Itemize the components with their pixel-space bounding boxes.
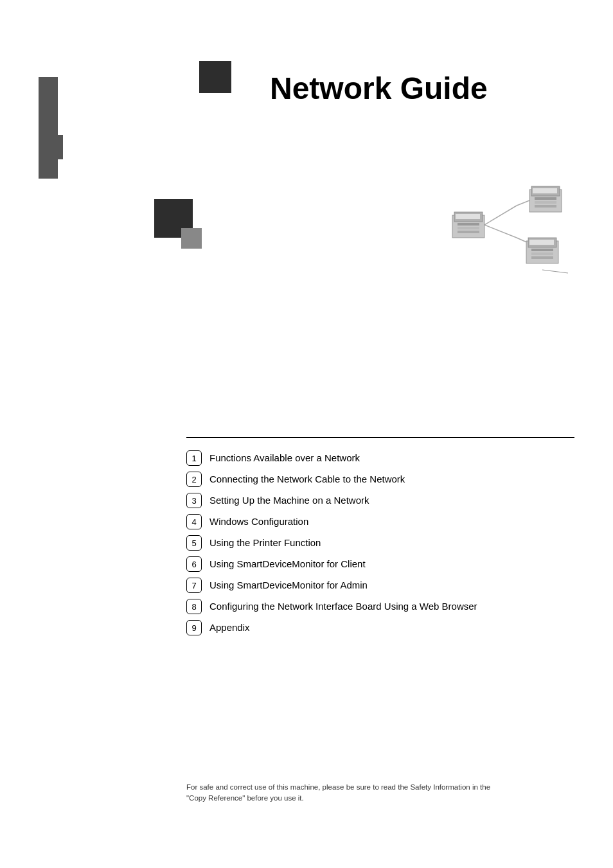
toc-label-7: Using SmartDeviceMonitor for Admin: [209, 577, 368, 592]
svg-rect-6: [456, 214, 480, 219]
svg-rect-7: [458, 223, 479, 226]
deco-mid-squares: [154, 199, 193, 238]
svg-rect-21: [531, 256, 553, 259]
deco-sq-4: [39, 135, 63, 159]
toc-item-3: 3 Setting Up the Machine on a Network: [186, 492, 574, 508]
toc-item-4: 4 Windows Configuration: [186, 513, 574, 529]
deco-square-top: [199, 61, 231, 93]
svg-rect-20: [531, 252, 553, 255]
toc-number-8: 8: [186, 599, 202, 614]
toc-label-3: Setting Up the Machine on a Network: [209, 492, 369, 507]
toc-label-8: Configuring the Network Interface Board …: [209, 598, 477, 613]
svg-line-0: [484, 206, 517, 225]
svg-line-1: [484, 225, 517, 238]
toc-item-7: 7 Using SmartDeviceMonitor for Admin: [186, 577, 574, 593]
toc-item-9: 9 Appendix: [186, 619, 574, 635]
toc-item-8: 8 Configuring the Network Interface Boar…: [186, 598, 574, 614]
svg-rect-18: [529, 240, 554, 245]
toc-number-3: 3: [186, 493, 202, 508]
svg-rect-15: [535, 205, 556, 208]
toc-section: 1 Functions Available over a Network 2 C…: [186, 437, 574, 641]
toc-label-6: Using SmartDeviceMonitor for Client: [209, 556, 366, 571]
toc-number-7: 7: [186, 578, 202, 593]
toc-item-1: 1 Functions Available over a Network: [186, 450, 574, 466]
svg-rect-9: [458, 231, 479, 233]
toc-label-5: Using the Printer Function: [209, 535, 321, 549]
svg-rect-14: [535, 201, 556, 204]
toc-number-2: 2: [186, 472, 202, 487]
toc-item-2: 2 Connecting the Network Cable to the Ne…: [186, 471, 574, 487]
toc-label-1: Functions Available over a Network: [209, 450, 360, 465]
toc-item-6: 6 Using SmartDeviceMonitor for Client: [186, 556, 574, 572]
footer-text: For safe and correct use of this machine…: [186, 783, 490, 802]
toc-number-6: 6: [186, 556, 202, 572]
deco-sq-5: [39, 159, 58, 179]
network-illustration: [446, 173, 574, 276]
svg-rect-12: [533, 188, 557, 193]
toc-number-5: 5: [186, 535, 202, 551]
deco-sq-3: [39, 116, 58, 135]
deco-mid-small-sq: [181, 228, 202, 249]
svg-rect-13: [535, 197, 556, 200]
toc-number-1: 1: [186, 450, 202, 466]
toc-item-5: 5 Using the Printer Function: [186, 535, 574, 551]
deco-sq-1: [39, 77, 58, 96]
deco-sq-2: [39, 96, 58, 116]
svg-line-22: [542, 270, 568, 273]
toc-label-9: Appendix: [209, 619, 250, 634]
footer-note: For safe and correct use of this machine…: [186, 782, 574, 804]
page: Network Guide: [0, 0, 613, 868]
deco-squares-row: [39, 77, 63, 179]
page-title: Network Guide: [270, 71, 488, 106]
toc-number-9: 9: [186, 620, 202, 635]
toc-divider: [186, 437, 574, 438]
svg-rect-8: [458, 227, 479, 229]
svg-rect-19: [531, 249, 553, 251]
toc-label-4: Windows Configuration: [209, 513, 308, 528]
toc-number-4: 4: [186, 514, 202, 529]
toc-label-2: Connecting the Network Cable to the Netw…: [209, 471, 405, 486]
